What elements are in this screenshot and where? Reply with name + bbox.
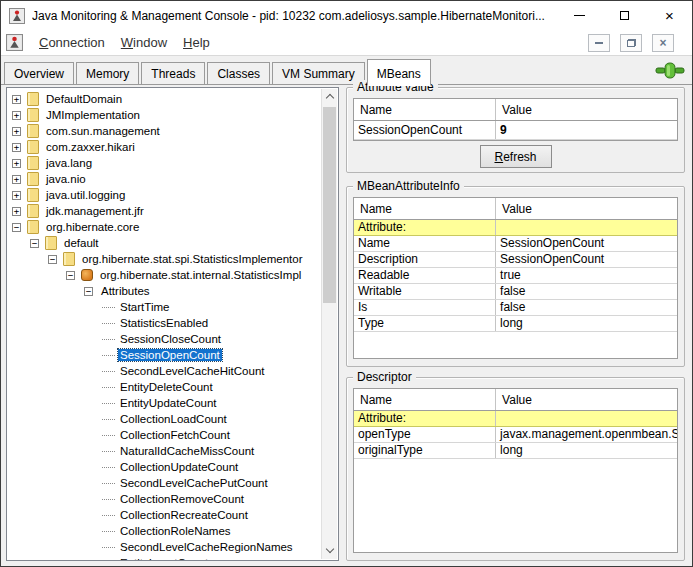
tree-item[interactable]: EntityUpdateCount — [8, 395, 321, 411]
collapse-icon[interactable]: − — [66, 271, 75, 280]
tree-item-label[interactable]: CollectionFetchCount — [118, 429, 232, 441]
tree-item-label[interactable]: StatisticsEnabled — [118, 317, 210, 329]
tree-item-label[interactable]: org.hibernate.stat.spi.StatisticsImpleme… — [80, 253, 305, 265]
frame-close-button[interactable]: × — [652, 34, 674, 52]
tree-item[interactable]: +java.util.logging — [8, 187, 321, 203]
tree-item[interactable]: −org.hibernate.stat.spi.StatisticsImplem… — [8, 251, 321, 267]
tree-item[interactable]: −org.hibernate.stat.internal.StatisticsI… — [8, 267, 321, 283]
tree-item-label[interactable]: java.util.logging — [44, 189, 127, 201]
table-row[interactable]: Isfalse — [354, 300, 677, 316]
tree-item-label[interactable]: org.hibernate.stat.internal.StatisticsIm… — [98, 269, 303, 281]
table-row[interactable]: Readabletrue — [354, 268, 677, 284]
tree-item-label[interactable]: NaturalIdCacheMissCount — [118, 445, 256, 457]
table-row[interactable]: Typelong — [354, 316, 677, 332]
tree-item[interactable]: SessionCloseCount — [8, 331, 321, 347]
tree-item-label[interactable]: CollectionRecreateCount — [118, 509, 250, 521]
tree-item-label[interactable]: CollectionUpdateCount — [118, 461, 240, 473]
tree-item-label[interactable]: SecondLevelCacheHitCount — [118, 365, 266, 377]
tree-item[interactable]: −Attributes — [8, 283, 321, 299]
tree-item-label[interactable]: Attributes — [99, 285, 152, 297]
tree-item[interactable]: −org.hibernate.core — [8, 219, 321, 235]
minimize-button[interactable] — [557, 1, 602, 30]
tree-scrollbar[interactable] — [321, 89, 337, 559]
expand-icon[interactable]: + — [12, 191, 21, 200]
tree-item[interactable]: CollectionRecreateCount — [8, 507, 321, 523]
expand-icon[interactable]: + — [12, 95, 21, 104]
tree-item-label[interactable]: SecondLevelCacheRegionNames — [118, 541, 295, 553]
tree-item-label[interactable]: java.nio — [44, 173, 88, 185]
tree-item-label[interactable]: CollectionRoleNames — [118, 525, 233, 537]
tab-threads[interactable]: Threads — [141, 62, 205, 85]
expand-icon[interactable]: + — [12, 111, 21, 120]
tree-item[interactable]: +DefaultDomain — [8, 91, 321, 107]
collapse-icon[interactable]: − — [30, 239, 39, 248]
tree-item-label[interactable]: SessionOpenCount — [118, 349, 222, 361]
tree-item-label[interactable]: CollectionRemoveCount — [118, 493, 246, 505]
tree-item-label[interactable]: jdk.management.jfr — [44, 205, 146, 217]
tree-item[interactable]: +JMImplementation — [8, 107, 321, 123]
tree-item-label[interactable]: com.zaxxer.hikari — [44, 141, 137, 153]
menu-window[interactable]: Window — [121, 35, 167, 50]
menu-help[interactable]: Help — [183, 35, 210, 50]
tree-item[interactable]: CollectionUpdateCount — [8, 459, 321, 475]
column-header[interactable]: Name — [354, 198, 496, 219]
refresh-button[interactable]: Refresh — [480, 145, 552, 168]
tree-item[interactable]: StatisticsEnabled — [8, 315, 321, 331]
column-header[interactable]: Value — [496, 198, 677, 219]
tree-item-label[interactable]: EntityInsertCount — [118, 557, 210, 560]
tree-item-label[interactable]: StartTime — [118, 301, 171, 313]
frame-restore-button[interactable] — [620, 34, 642, 52]
frame-minimize-button[interactable] — [588, 34, 610, 52]
tree-item[interactable]: CollectionLoadCount — [8, 411, 321, 427]
column-header[interactable]: Value — [496, 389, 677, 410]
column-header[interactable]: Name — [354, 389, 496, 410]
table-row[interactable]: Writablefalse — [354, 284, 677, 300]
scroll-up-button[interactable] — [322, 89, 337, 105]
table-row[interactable]: originalTypelong — [354, 443, 677, 459]
collapse-icon[interactable]: − — [12, 223, 21, 232]
menu-connection[interactable]: Connection — [39, 35, 105, 50]
table-row[interactable]: Attribute: — [354, 411, 677, 427]
mbean-tree[interactable]: +DefaultDomain+JMImplementation+com.sun.… — [8, 89, 321, 560]
maximize-button[interactable] — [602, 1, 647, 30]
tree-item-label[interactable]: SessionCloseCount — [118, 333, 223, 345]
tree-item[interactable]: SecondLevelCacheHitCount — [8, 363, 321, 379]
tree-item[interactable]: SecondLevelCachePutCount — [8, 475, 321, 491]
tree-item[interactable]: +com.zaxxer.hikari — [8, 139, 321, 155]
table-row[interactable]: openTypejavax.management.openmbean.Sim..… — [354, 427, 677, 443]
tree-item[interactable]: CollectionFetchCount — [8, 427, 321, 443]
tab-memory[interactable]: Memory — [76, 62, 139, 85]
tree-item[interactable]: SecondLevelCacheRegionNames — [8, 539, 321, 555]
tree-item-label[interactable]: default — [62, 237, 101, 249]
tab-vm-summary[interactable]: VM Summary — [272, 62, 365, 85]
expand-icon[interactable]: + — [12, 175, 21, 184]
column-header[interactable]: Name — [354, 99, 496, 120]
tree-item[interactable]: EntityDeleteCount — [8, 379, 321, 395]
tree-item[interactable]: +java.lang — [8, 155, 321, 171]
tree-item-label[interactable]: EntityDeleteCount — [118, 381, 215, 393]
tree-item[interactable]: CollectionRemoveCount — [8, 491, 321, 507]
table-row[interactable]: Attribute: — [354, 220, 677, 236]
tab-overview[interactable]: Overview — [4, 62, 74, 85]
table-row[interactable]: SessionOpenCount9 — [354, 121, 677, 140]
tree-item[interactable]: SessionOpenCount — [8, 347, 321, 363]
tree-item[interactable]: StartTime — [8, 299, 321, 315]
tree-item[interactable]: +java.nio — [8, 171, 321, 187]
table-row[interactable]: DescriptionSessionOpenCount — [354, 252, 677, 268]
tree-item[interactable]: NaturalIdCacheMissCount — [8, 443, 321, 459]
tab-classes[interactable]: Classes — [207, 62, 270, 85]
expand-icon[interactable]: + — [12, 127, 21, 136]
tree-item-label[interactable]: org.hibernate.core — [44, 221, 141, 233]
expand-icon[interactable]: + — [12, 143, 21, 152]
tree-item-label[interactable]: EntityUpdateCount — [118, 397, 219, 409]
table-row[interactable]: NameSessionOpenCount — [354, 236, 677, 252]
expand-icon[interactable]: + — [12, 159, 21, 168]
tree-item-label[interactable]: DefaultDomain — [44, 93, 124, 105]
collapse-icon[interactable]: − — [84, 287, 93, 296]
collapse-icon[interactable]: − — [48, 255, 57, 264]
tree-item-label[interactable]: CollectionLoadCount — [118, 413, 229, 425]
column-header[interactable]: Value — [496, 99, 677, 120]
scrollbar-thumb[interactable] — [323, 107, 336, 303]
tree-item[interactable]: CollectionRoleNames — [8, 523, 321, 539]
tree-item-label[interactable]: JMImplementation — [44, 109, 142, 121]
